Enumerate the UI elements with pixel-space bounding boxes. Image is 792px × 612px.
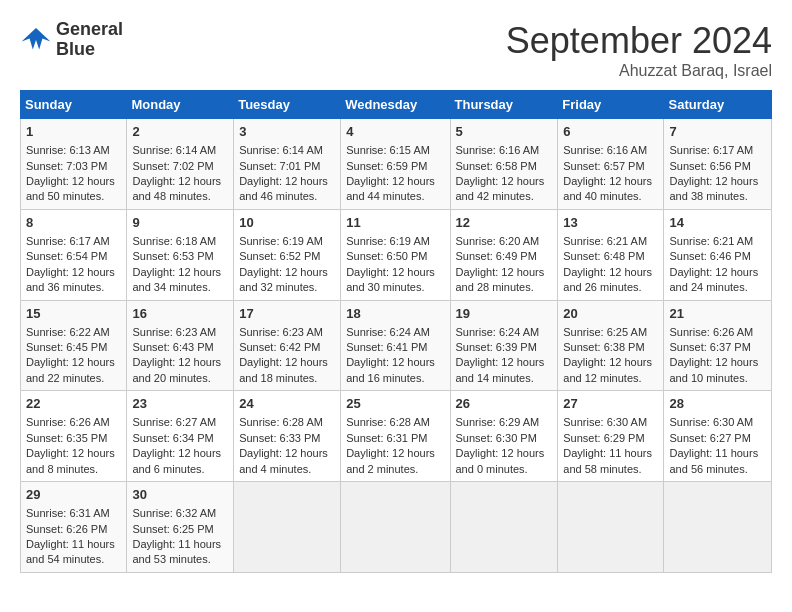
- calendar-cell: 29Sunrise: 6:31 AM Sunset: 6:26 PM Dayli…: [21, 482, 127, 573]
- day-info: Sunrise: 6:32 AM Sunset: 6:25 PM Dayligh…: [132, 506, 228, 568]
- calendar-cell: 24Sunrise: 6:28 AM Sunset: 6:33 PM Dayli…: [234, 391, 341, 482]
- calendar-cell: 26Sunrise: 6:29 AM Sunset: 6:30 PM Dayli…: [450, 391, 558, 482]
- day-number: 8: [26, 214, 121, 232]
- day-number: 25: [346, 395, 444, 413]
- day-number: 22: [26, 395, 121, 413]
- calendar-cell: 21Sunrise: 6:26 AM Sunset: 6:37 PM Dayli…: [664, 300, 772, 391]
- calendar-cell: 22Sunrise: 6:26 AM Sunset: 6:35 PM Dayli…: [21, 391, 127, 482]
- day-info: Sunrise: 6:21 AM Sunset: 6:48 PM Dayligh…: [563, 234, 658, 296]
- day-info: Sunrise: 6:19 AM Sunset: 6:50 PM Dayligh…: [346, 234, 444, 296]
- calendar-cell: [234, 482, 341, 573]
- calendar-cell: 11Sunrise: 6:19 AM Sunset: 6:50 PM Dayli…: [341, 209, 450, 300]
- day-info: Sunrise: 6:20 AM Sunset: 6:49 PM Dayligh…: [456, 234, 553, 296]
- calendar-cell: 14Sunrise: 6:21 AM Sunset: 6:46 PM Dayli…: [664, 209, 772, 300]
- day-info: Sunrise: 6:31 AM Sunset: 6:26 PM Dayligh…: [26, 506, 121, 568]
- calendar-cell: 4Sunrise: 6:15 AM Sunset: 6:59 PM Daylig…: [341, 119, 450, 210]
- calendar-cell: 1Sunrise: 6:13 AM Sunset: 7:03 PM Daylig…: [21, 119, 127, 210]
- calendar-table: SundayMondayTuesdayWednesdayThursdayFrid…: [20, 90, 772, 573]
- day-info: Sunrise: 6:16 AM Sunset: 6:57 PM Dayligh…: [563, 143, 658, 205]
- day-info: Sunrise: 6:28 AM Sunset: 6:33 PM Dayligh…: [239, 415, 335, 477]
- calendar-week: 15Sunrise: 6:22 AM Sunset: 6:45 PM Dayli…: [21, 300, 772, 391]
- day-number: 20: [563, 305, 658, 323]
- calendar-cell: 3Sunrise: 6:14 AM Sunset: 7:01 PM Daylig…: [234, 119, 341, 210]
- calendar-cell: [558, 482, 664, 573]
- calendar-cell: 17Sunrise: 6:23 AM Sunset: 6:42 PM Dayli…: [234, 300, 341, 391]
- day-info: Sunrise: 6:19 AM Sunset: 6:52 PM Dayligh…: [239, 234, 335, 296]
- day-info: Sunrise: 6:23 AM Sunset: 6:42 PM Dayligh…: [239, 325, 335, 387]
- header-row: SundayMondayTuesdayWednesdayThursdayFrid…: [21, 91, 772, 119]
- day-info: Sunrise: 6:28 AM Sunset: 6:31 PM Dayligh…: [346, 415, 444, 477]
- day-info: Sunrise: 6:27 AM Sunset: 6:34 PM Dayligh…: [132, 415, 228, 477]
- day-info: Sunrise: 6:17 AM Sunset: 6:56 PM Dayligh…: [669, 143, 766, 205]
- day-header: Saturday: [664, 91, 772, 119]
- day-info: Sunrise: 6:16 AM Sunset: 6:58 PM Dayligh…: [456, 143, 553, 205]
- calendar-cell: 8Sunrise: 6:17 AM Sunset: 6:54 PM Daylig…: [21, 209, 127, 300]
- calendar-header: SundayMondayTuesdayWednesdayThursdayFrid…: [21, 91, 772, 119]
- calendar-cell: 6Sunrise: 6:16 AM Sunset: 6:57 PM Daylig…: [558, 119, 664, 210]
- logo-line1: General: [56, 20, 123, 40]
- day-number: 24: [239, 395, 335, 413]
- day-number: 30: [132, 486, 228, 504]
- logo-icon: [20, 24, 52, 56]
- day-info: Sunrise: 6:18 AM Sunset: 6:53 PM Dayligh…: [132, 234, 228, 296]
- calendar-cell: 23Sunrise: 6:27 AM Sunset: 6:34 PM Dayli…: [127, 391, 234, 482]
- page-header: General Blue September 2024 Ahuzzat Bara…: [20, 20, 772, 80]
- calendar-cell: 2Sunrise: 6:14 AM Sunset: 7:02 PM Daylig…: [127, 119, 234, 210]
- calendar-cell: 20Sunrise: 6:25 AM Sunset: 6:38 PM Dayli…: [558, 300, 664, 391]
- day-number: 7: [669, 123, 766, 141]
- calendar-week: 8Sunrise: 6:17 AM Sunset: 6:54 PM Daylig…: [21, 209, 772, 300]
- day-number: 9: [132, 214, 228, 232]
- calendar-cell: 12Sunrise: 6:20 AM Sunset: 6:49 PM Dayli…: [450, 209, 558, 300]
- day-number: 11: [346, 214, 444, 232]
- day-info: Sunrise: 6:29 AM Sunset: 6:30 PM Dayligh…: [456, 415, 553, 477]
- day-header: Friday: [558, 91, 664, 119]
- day-info: Sunrise: 6:24 AM Sunset: 6:39 PM Dayligh…: [456, 325, 553, 387]
- day-header: Sunday: [21, 91, 127, 119]
- day-number: 18: [346, 305, 444, 323]
- calendar-cell: 5Sunrise: 6:16 AM Sunset: 6:58 PM Daylig…: [450, 119, 558, 210]
- location: Ahuzzat Baraq, Israel: [506, 62, 772, 80]
- day-number: 14: [669, 214, 766, 232]
- calendar-cell: [341, 482, 450, 573]
- day-info: Sunrise: 6:26 AM Sunset: 6:35 PM Dayligh…: [26, 415, 121, 477]
- day-number: 5: [456, 123, 553, 141]
- day-number: 19: [456, 305, 553, 323]
- day-info: Sunrise: 6:30 AM Sunset: 6:29 PM Dayligh…: [563, 415, 658, 477]
- day-header: Tuesday: [234, 91, 341, 119]
- calendar-cell: 30Sunrise: 6:32 AM Sunset: 6:25 PM Dayli…: [127, 482, 234, 573]
- calendar-cell: 9Sunrise: 6:18 AM Sunset: 6:53 PM Daylig…: [127, 209, 234, 300]
- day-number: 26: [456, 395, 553, 413]
- calendar-cell: 15Sunrise: 6:22 AM Sunset: 6:45 PM Dayli…: [21, 300, 127, 391]
- calendar-cell: 10Sunrise: 6:19 AM Sunset: 6:52 PM Dayli…: [234, 209, 341, 300]
- day-number: 1: [26, 123, 121, 141]
- day-number: 27: [563, 395, 658, 413]
- day-number: 3: [239, 123, 335, 141]
- month-title: September 2024: [506, 20, 772, 62]
- day-info: Sunrise: 6:17 AM Sunset: 6:54 PM Dayligh…: [26, 234, 121, 296]
- svg-marker-0: [22, 28, 51, 50]
- day-header: Thursday: [450, 91, 558, 119]
- calendar-week: 22Sunrise: 6:26 AM Sunset: 6:35 PM Dayli…: [21, 391, 772, 482]
- day-number: 12: [456, 214, 553, 232]
- day-number: 28: [669, 395, 766, 413]
- day-info: Sunrise: 6:25 AM Sunset: 6:38 PM Dayligh…: [563, 325, 658, 387]
- calendar-cell: 13Sunrise: 6:21 AM Sunset: 6:48 PM Dayli…: [558, 209, 664, 300]
- calendar-week: 29Sunrise: 6:31 AM Sunset: 6:26 PM Dayli…: [21, 482, 772, 573]
- day-info: Sunrise: 6:23 AM Sunset: 6:43 PM Dayligh…: [132, 325, 228, 387]
- day-number: 13: [563, 214, 658, 232]
- calendar-cell: 16Sunrise: 6:23 AM Sunset: 6:43 PM Dayli…: [127, 300, 234, 391]
- day-number: 10: [239, 214, 335, 232]
- calendar-cell: 19Sunrise: 6:24 AM Sunset: 6:39 PM Dayli…: [450, 300, 558, 391]
- calendar-cell: 18Sunrise: 6:24 AM Sunset: 6:41 PM Dayli…: [341, 300, 450, 391]
- calendar-cell: 28Sunrise: 6:30 AM Sunset: 6:27 PM Dayli…: [664, 391, 772, 482]
- day-number: 4: [346, 123, 444, 141]
- day-info: Sunrise: 6:30 AM Sunset: 6:27 PM Dayligh…: [669, 415, 766, 477]
- logo: General Blue: [20, 20, 123, 60]
- day-info: Sunrise: 6:21 AM Sunset: 6:46 PM Dayligh…: [669, 234, 766, 296]
- calendar-body: 1Sunrise: 6:13 AM Sunset: 7:03 PM Daylig…: [21, 119, 772, 573]
- calendar-cell: [664, 482, 772, 573]
- day-info: Sunrise: 6:13 AM Sunset: 7:03 PM Dayligh…: [26, 143, 121, 205]
- day-info: Sunrise: 6:14 AM Sunset: 7:02 PM Dayligh…: [132, 143, 228, 205]
- day-number: 15: [26, 305, 121, 323]
- day-number: 16: [132, 305, 228, 323]
